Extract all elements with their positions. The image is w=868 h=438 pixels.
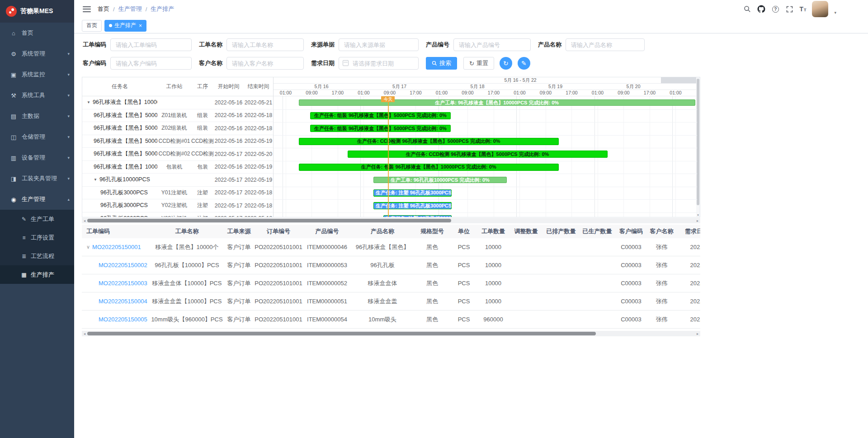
expand-row-icon[interactable]: ∨ xyxy=(86,244,90,250)
table-row[interactable]: MO202205150003移液盒盒体【10000】PCS客户订单PO20220… xyxy=(82,274,700,292)
sidebar-item-system-tools[interactable]: ⚒系统工具▾ xyxy=(0,85,74,106)
gantt-bar-task[interactable]: 生产任务: 注塑 96孔孔板3000PCS 完成比例: 0% xyxy=(383,215,452,217)
sidebar-toggle-icon[interactable] xyxy=(83,6,91,12)
row-gridline xyxy=(274,135,697,136)
sidebar-item-process-settings[interactable]: ≡工序设置 xyxy=(0,228,74,247)
table-horizontal-scrollbar[interactable]: ◂ ▸ xyxy=(82,331,700,336)
scrollbar-thumb[interactable] xyxy=(87,219,451,222)
sidebar-item-production-management[interactable]: ◉生产管理▴ xyxy=(0,189,74,210)
scroll-down-icon[interactable]: ▾ xyxy=(696,213,700,217)
table-row[interactable]: MO20220515000296孔孔板【10000】PCS客户订单PO20220… xyxy=(82,256,700,274)
table-row[interactable]: MO202205150004移液盒盒盖【10000】PCS客户订单PO20220… xyxy=(82,292,700,311)
gantt-bar-task[interactable]: 生产任务: 注塑 96孔孔板3000PCS 完成比例: 0% xyxy=(373,202,452,209)
breadcrumb-production-scheduling[interactable]: 生产排产 xyxy=(151,5,174,13)
edit-schedule-button[interactable]: ✎ xyxy=(518,57,530,70)
product-code-input[interactable] xyxy=(453,38,531,51)
github-icon[interactable] xyxy=(757,5,765,14)
scrollbar-track[interactable] xyxy=(87,218,695,223)
workorder-link[interactable]: MO202205150001 xyxy=(92,244,141,250)
gantt-bar-task[interactable]: 生产任务: 组装 96孔移液盒【黑色】5000PCS 完成比例: 0% xyxy=(310,112,451,119)
cell-customer_name: 张伟 xyxy=(647,279,676,287)
reset-button[interactable]: ↻ 重置 xyxy=(463,57,494,70)
sidebar-item-production-scheduling[interactable]: ▦生产排产 xyxy=(0,265,74,284)
table-row[interactable]: ∨MO202205150001移液盒【黑色】10000个客户订单PO202205… xyxy=(82,238,700,256)
workorder-link[interactable]: MO202205150003 xyxy=(99,280,147,287)
scroll-left-icon[interactable]: ◂ xyxy=(82,332,87,336)
fixture-icon: ◨ xyxy=(9,175,18,182)
help-icon[interactable]: ? xyxy=(771,5,779,14)
gantt-vertical-scrollbar[interactable]: ▾ xyxy=(696,77,700,217)
sidebar-item-equipment-management[interactable]: ▥设备管理▾ xyxy=(0,147,74,168)
cell-code: MO202205150002 xyxy=(82,262,150,268)
product-name-input[interactable] xyxy=(566,38,645,51)
gantt-bar-task[interactable]: 生产任务: CCD检测 96孔移液盒【黑色】5000PCS 完成比例: 0% xyxy=(299,138,559,145)
breadcrumb-production-management[interactable]: 生产管理 xyxy=(118,5,142,13)
table-header-adjust_qty: 调整数量 xyxy=(509,227,543,235)
gantt-task-row[interactable]: ▼96孔孔板10000PCS2022-05-172022-05-19 xyxy=(82,174,273,187)
tab-production-scheduling[interactable]: 生产排产 × xyxy=(104,20,146,32)
gantt-bar-task[interactable]: 生产任务: 组装 96孔移液盒【黑色】5000PCS 完成比例: 0% xyxy=(310,125,451,132)
workorder-link[interactable]: MO202205150002 xyxy=(99,262,147,268)
tab-home[interactable]: 首页 xyxy=(82,20,102,32)
avatar[interactable] xyxy=(812,1,828,17)
customer-code-input[interactable] xyxy=(110,57,192,70)
search-icon[interactable] xyxy=(743,5,751,14)
collapse-arrow-icon[interactable]: ▼ xyxy=(94,178,97,182)
scroll-right-icon[interactable]: ▸ xyxy=(695,332,700,336)
sidebar-item-process-flow[interactable]: ≣工艺流程 xyxy=(0,247,74,265)
scrollbar-track[interactable] xyxy=(87,331,695,336)
font-size-small: T xyxy=(804,8,807,12)
gantt-task-row[interactable]: ▼96孔移液盒【黑色】10000PCS2022-05-162022-05-21 xyxy=(82,96,273,109)
gantt-task-row[interactable]: 96孔移液盒【黑色】5000PCSCCD检测#02CCD检测2022-05-17… xyxy=(82,148,273,161)
scroll-left-icon[interactable]: ◂ xyxy=(82,219,87,223)
gantt-bar-task[interactable]: 生产任务: CCD检测 96孔移液盒【黑色】5000PCS 完成比例: 0% xyxy=(348,151,608,158)
gantt-task-row[interactable]: 96孔移液盒【黑色】5000PCSZ02组装机组装2022-05-162022-… xyxy=(82,122,273,135)
collapse-arrow-icon[interactable]: ▼ xyxy=(87,100,90,104)
breadcrumb-separator: / xyxy=(146,6,147,13)
breadcrumb-home[interactable]: 首页 xyxy=(98,5,109,13)
scrollbar-thumb[interactable] xyxy=(87,332,596,335)
gantt-task-row[interactable]: 96孔移液盒【黑色】5000PCSCCD检测#01CCD检测2022-05-16… xyxy=(82,135,273,148)
task-station: Z01组装机 xyxy=(157,112,191,119)
fullscreen-icon[interactable] xyxy=(785,5,793,14)
cell-demand_date: 2022 xyxy=(676,244,700,250)
gantt-horizontal-scrollbar[interactable]: ◂ ▸ xyxy=(82,218,700,223)
sidebar-item-fixture-management[interactable]: ◨工装夹具管理▾ xyxy=(0,168,74,189)
font-size-icon[interactable]: T T xyxy=(799,6,806,12)
gantt-task-row[interactable]: 96孔孔板3000PCSY03注塑机注塑2022-05-172022-05-18 xyxy=(82,212,273,217)
demand-date-input[interactable] xyxy=(339,57,419,70)
timeline-day-label: 5月 19 xyxy=(548,84,562,89)
workorder-link[interactable]: MO202205150005 xyxy=(99,316,147,323)
task-end: 2022-05-18 xyxy=(243,125,274,132)
gantt-bar-project[interactable]: 生产工单: 96孔移液盒【黑色】10000PCS 完成比例: 0% xyxy=(299,99,695,106)
gantt-bar-project[interactable]: 生产工单: 96孔孔板10000PCS 完成比例: 0% xyxy=(373,177,507,183)
timeline-hour-label: 09:00 xyxy=(384,90,396,96)
timeline-day-row: 5月 165月 175月 185月 195月 20 xyxy=(274,84,697,90)
table-header-code: 工单编码 xyxy=(82,227,150,235)
sidebar-item-master-data[interactable]: ▤主数据▾ xyxy=(0,106,74,127)
search-button[interactable]: 搜索 xyxy=(426,57,457,70)
sidebar-item-system-management[interactable]: ⚙系统管理▾ xyxy=(0,43,74,64)
tab-close-icon[interactable]: × xyxy=(139,23,142,29)
gantt-task-row[interactable]: 96孔移液盒【黑色】5000PCSZ01组装机组装2022-05-162022-… xyxy=(82,109,273,122)
avatar-caret-down-icon[interactable]: ▾ xyxy=(834,10,836,15)
refresh-gantt-button[interactable]: ↻ xyxy=(500,57,512,70)
workorder-code-input[interactable] xyxy=(110,38,192,51)
sidebar-item-warehouse-management[interactable]: ◫仓储管理▾ xyxy=(0,127,74,147)
sidebar-item-production-workorder[interactable]: ✎生产工单 xyxy=(0,210,74,228)
gantt-task-row[interactable]: 96孔孔板3000PCSY02注塑机注塑2022-05-172022-05-18 xyxy=(82,199,273,212)
workorder-link[interactable]: MO202205150004 xyxy=(99,298,147,305)
gantt-task-row[interactable]: 96孔移液盒【黑色】10000PCS包装机包装2022-05-162022-05… xyxy=(82,161,273,174)
sidebar-item-system-monitoring[interactable]: ▣系统监控▾ xyxy=(0,64,74,85)
timeline-range-label: 5月 16 - 5月 22 xyxy=(504,77,536,83)
source-document-input[interactable] xyxy=(339,38,419,51)
gantt-bar-task[interactable]: 生产任务: 包装 96孔移液盒【黑色】10000PCS 完成比例: 0% xyxy=(299,164,559,171)
cell-unit: PCS xyxy=(450,262,477,268)
table-row[interactable]: MO20220515000510mm吸头【960000】PCS客户订单PO202… xyxy=(82,311,700,329)
gantt-task-row[interactable]: 96孔孔板3000PCSY01注塑机注塑2022-05-172022-05-18 xyxy=(82,187,273,200)
sidebar-item-home[interactable]: ⌂首页 xyxy=(0,23,74,43)
customer-name-input[interactable] xyxy=(226,57,304,70)
workorder-name-input[interactable] xyxy=(226,38,304,51)
scroll-right-icon[interactable]: ▸ xyxy=(695,219,700,223)
gantt-bar-task[interactable]: 生产任务: 注塑 96孔孔板3000PCS 完成比例: 0% xyxy=(373,189,452,197)
